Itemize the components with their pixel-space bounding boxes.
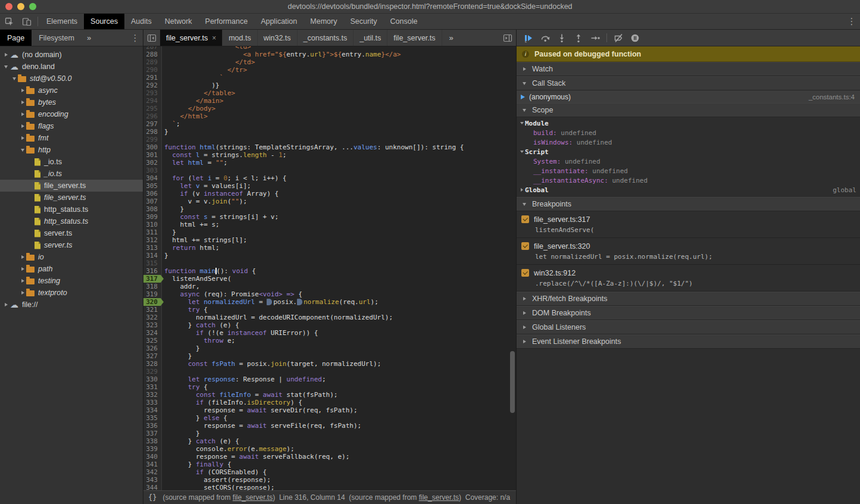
line-number[interactable]: 318 [143,283,161,290]
line-number[interactable]: 304 [143,174,161,182]
code-text[interactable]: <a href="${entry.url}">${entry.name}</a> [161,51,401,58]
editor-tab-file-server-ts[interactable]: file_server.ts× [160,30,223,46]
code-text[interactable]: const fsPath = posix.join(target, normal… [161,360,381,368]
navigator-tab-filesystem[interactable]: Filesystem [32,30,82,46]
line-number[interactable]: 302 [143,159,161,167]
maximize-window-button[interactable] [29,3,36,10]
line-number[interactable]: 319 [143,290,161,298]
disclosure-triangle[interactable] [19,291,26,295]
code-text[interactable]: } catch (e) { [161,437,239,445]
tree-item-encoding[interactable]: encoding [0,108,143,120]
tree-item-io-ts[interactable]: _io.ts [0,156,143,168]
line-number[interactable]: 309 [143,213,161,221]
devtools-menu-icon[interactable]: ⋮ [843,14,860,29]
line-number[interactable]: 334 [143,406,161,414]
step-into-icon[interactable] [553,30,570,46]
inspect-element-icon[interactable] [0,14,18,29]
breakpoint-checkbox[interactable] [521,242,529,250]
scope-variable[interactable]: __instantiateAsync: undefined [517,176,860,185]
tree-item-http-status-ts[interactable]: http_status.ts [0,215,143,227]
disclosure-triangle[interactable] [19,124,26,128]
code-text[interactable]: </tr> [161,66,247,74]
line-number[interactable]: 289 [143,58,161,66]
line-number[interactable]: 301 [143,151,161,159]
tree-item-server-ts[interactable]: server.ts [0,227,143,239]
code-text[interactable] [161,136,164,143]
code-text[interactable]: console.error(e.message); [161,445,295,453]
code-text[interactable]: </html> [161,112,208,120]
tree-item-io-ts[interactable]: _io.ts [0,168,143,180]
code-text[interactable]: listenAndServe( [161,275,232,283]
code-text[interactable]: </main> [161,97,223,105]
line-number[interactable]: 320 [143,298,161,306]
code-text[interactable]: let response: Response | undefined; [161,375,326,383]
line-number[interactable]: 344 [143,484,161,490]
line-number[interactable]: 333 [143,399,161,406]
line-number[interactable]: 288 [143,51,161,58]
show-debugger-panel-icon[interactable] [499,30,516,46]
editor-tab-util-ts[interactable]: _util.ts [354,30,387,46]
code-text[interactable]: </td> [161,58,255,66]
tree-item-fmt[interactable]: fmt [0,132,143,144]
line-number[interactable]: 322 [143,314,161,321]
line-number[interactable]: 326 [143,345,161,352]
tree-item-io[interactable]: io [0,251,143,263]
disclosure-triangle[interactable] [19,255,26,259]
scope-variable[interactable]: build: undefined [517,128,860,137]
tab-memory[interactable]: Memory [304,14,343,29]
line-number[interactable]: 335 [143,414,161,422]
tree-item-bytes[interactable]: bytes [0,96,143,108]
line-number[interactable]: 294 [143,97,161,105]
pretty-print-icon[interactable]: {} [148,493,157,502]
line-number[interactable]: 307 [143,198,161,205]
code-text[interactable]: if (fileInfo.isDirectory) { [161,399,302,406]
editor-tab-constants-ts[interactable]: _constants.ts [298,30,354,46]
editor-more-tabs-icon[interactable]: » [442,30,461,46]
code-text[interactable]: normalizedUrl = decodeURIComponent(norma… [161,314,393,321]
code-text[interactable]: </body> [161,105,215,112]
code-text[interactable]: } catch (e) { [161,321,239,329]
code-text[interactable]: } [161,228,176,236]
line-number[interactable]: 299 [143,136,161,143]
code-text[interactable]: assert(response); [161,476,271,484]
editor-tab-file-server-ts[interactable]: file_server.ts [387,30,442,46]
tree-item-file-server-ts[interactable]: file_server.ts [0,180,143,192]
code-text[interactable]: if (v instanceof Array) { [161,190,279,198]
code-text[interactable]: if (!(e instanceof URIError)) { [161,329,318,337]
line-number[interactable]: 327 [143,352,161,360]
code-text[interactable]: } [161,430,200,437]
breakpoint-entry[interactable]: file_server.ts:317listenAndServe( [517,211,860,238]
line-number[interactable]: 298 [143,128,161,136]
code-text[interactable]: } finally { [161,461,232,468]
section-header-global-listeners[interactable]: Global Listeners [517,320,860,334]
disclosure-triangle[interactable] [19,149,26,152]
code-text[interactable] [161,167,164,174]
step-over-icon[interactable] [537,30,553,46]
code-text[interactable]: <td> [161,46,251,51]
section-header-event-listener-breakpoints[interactable]: Event Listener Breakpoints [517,334,860,349]
code-text[interactable]: html += s; [161,221,220,228]
step-icon[interactable] [587,30,603,46]
pause-on-exceptions-icon[interactable] [627,30,643,46]
section-header-scope[interactable]: Scope [517,103,860,117]
inline-breakpoint-icon[interactable] [267,299,272,305]
disclosure-triangle[interactable] [11,77,18,80]
code-text[interactable]: response = await serveFile(req, fsPath); [161,422,361,430]
disclosure-triangle[interactable] [19,89,26,92]
close-tab-icon[interactable]: × [212,34,216,42]
line-number[interactable]: 336 [143,422,161,430]
line-number[interactable]: 337 [143,430,161,437]
device-toolbar-icon[interactable] [18,14,36,29]
call-stack-frame[interactable]: (anonymous)_constants.ts:4 [517,90,860,103]
code-text[interactable]: </table> [161,89,235,97]
code-text[interactable]: )} [161,82,220,89]
tree-item-server-ts[interactable]: server.ts [0,239,143,251]
tree-item-async[interactable]: async [0,84,143,96]
tree-item-flags[interactable]: flags [0,120,143,132]
line-number[interactable]: 324 [143,329,161,337]
code-text[interactable]: response = await serveDir(req, fsPath); [161,406,358,414]
disclosure-triangle[interactable] [2,65,10,68]
line-number[interactable]: 315 [143,259,161,267]
disclosure-triangle[interactable] [19,112,26,116]
section-header-call-stack[interactable]: Call Stack [517,76,860,90]
